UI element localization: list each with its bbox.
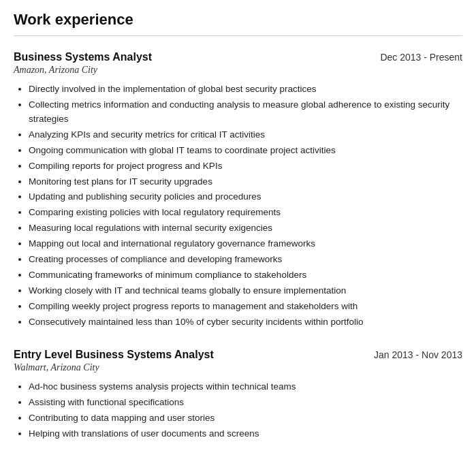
job-dates-1: Jan 2013 - Nov 2013 xyxy=(374,349,462,360)
job-bullets-0: Directly involved in the implementation … xyxy=(14,82,462,330)
job-dates-0: Dec 2013 - Present xyxy=(380,52,462,63)
list-item: Communicating frameworks of minimum comp… xyxy=(29,268,462,283)
job-bullets-1: Ad-hoc business systems analysis project… xyxy=(14,380,462,441)
list-item: Helping with translations of user docume… xyxy=(29,427,462,441)
jobs-container: Business Systems AnalystDec 2013 - Prese… xyxy=(14,51,462,441)
list-item: Measuring local regulations with interna… xyxy=(29,221,462,236)
job-block-1: Entry Level Business Systems AnalystJan … xyxy=(14,349,462,441)
job-header-0: Business Systems AnalystDec 2013 - Prese… xyxy=(14,51,462,63)
list-item: Ongoing communication with global IT tea… xyxy=(29,144,462,158)
job-company-1: Walmart, Arizona City xyxy=(14,362,462,373)
list-item: Working closely with IT and technical te… xyxy=(29,284,462,298)
list-item: Ad-hoc business systems analysis project… xyxy=(29,380,462,394)
job-title-1: Entry Level Business Systems Analyst xyxy=(14,349,214,361)
list-item: Consecutively maintained less than 10% o… xyxy=(29,315,462,330)
section-title: Work experience xyxy=(14,11,462,29)
list-item: Updating and publishing security policie… xyxy=(29,190,462,204)
list-item: Compiling reports for project progress a… xyxy=(29,159,462,174)
list-item: Monitoring test plans for IT security up… xyxy=(29,175,462,189)
list-item: Creating processes of compliance and dev… xyxy=(29,253,462,267)
list-item: Assisting with functional specifications xyxy=(29,396,462,410)
job-title-0: Business Systems Analyst xyxy=(14,51,152,63)
list-item: Contributing to data mapping and user st… xyxy=(29,411,462,426)
job-block-0: Business Systems AnalystDec 2013 - Prese… xyxy=(14,51,462,330)
list-item: Mapping out local and international regu… xyxy=(29,237,462,251)
list-item: Analyzing KPIs and security metrics for … xyxy=(29,128,462,142)
section-divider xyxy=(14,35,462,36)
list-item: Collecting metrics information and condu… xyxy=(29,98,462,127)
list-item: Directly involved in the implementation … xyxy=(29,82,462,97)
list-item: Comparing existing policies with local r… xyxy=(29,206,462,220)
list-item: Compiling weekly project progress report… xyxy=(29,300,462,314)
job-company-0: Amazon, Arizona City xyxy=(14,65,462,76)
job-header-1: Entry Level Business Systems AnalystJan … xyxy=(14,349,462,361)
